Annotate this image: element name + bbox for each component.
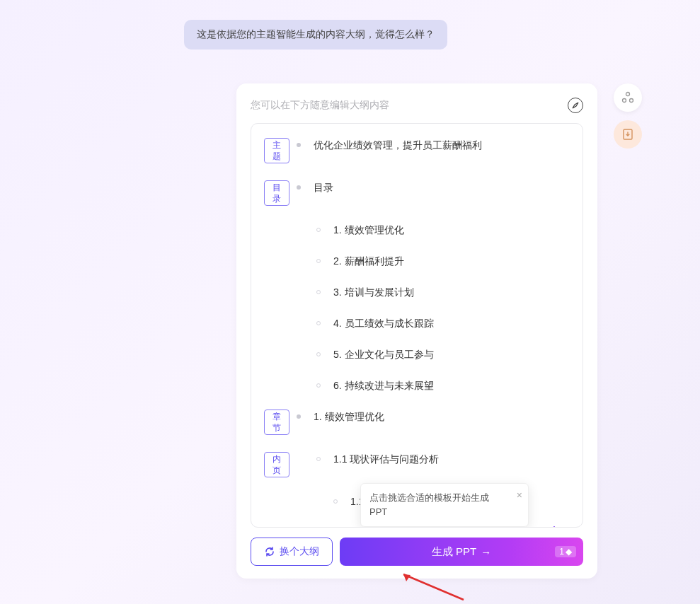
tree-dot: [316, 259, 321, 263]
generate-label: 生成 PPT: [432, 545, 476, 559]
tree-dot: [316, 383, 321, 388]
footer: 换个大纲 生成 PPT → 1 ◆: [251, 538, 583, 566]
tree-dot: [297, 414, 301, 419]
side-buttons: [614, 83, 642, 149]
tooltip: × 点击挑选合适的模板开始生成 PPT: [360, 483, 529, 527]
tree-dot: [316, 457, 321, 461]
chapter-row[interactable]: 章节 1. 绩效管理优化: [264, 410, 570, 435]
badge-count: 1: [559, 547, 564, 557]
toc-item-text[interactable]: 4. 员工绩效与成长跟踪: [333, 316, 434, 330]
toc-item[interactable]: · 6. 持续改进与未来展望: [264, 378, 570, 393]
regenerate-button[interactable]: 换个大纲: [251, 538, 333, 566]
tag-page: 内页: [264, 452, 289, 477]
tooltip-line1: 点击挑选合适的模板开始生成: [369, 491, 520, 505]
topic-text[interactable]: 优化企业绩效管理，提升员工薪酬福利: [314, 138, 482, 152]
tree-dot: [316, 228, 321, 232]
tooltip-line2: PPT: [369, 505, 520, 519]
toc-item[interactable]: · 5. 企业文化与员工参与: [264, 347, 570, 361]
toc-row[interactable]: 目录 目录: [264, 180, 570, 206]
outline-editor-panel: 您可以在下方随意编辑大纲内容 主题 优化企业绩效管理，提升员工薪酬福利 目录 目…: [236, 83, 597, 579]
refresh-icon: [264, 546, 275, 557]
tree-dot: [316, 290, 321, 294]
editor-hint: 您可以在下方随意编辑大纲内容: [251, 99, 389, 112]
tree-dot: [316, 321, 321, 325]
toc-item-text[interactable]: 2. 薪酬福利提升: [333, 254, 404, 268]
compass-icon[interactable]: [568, 98, 583, 113]
tree-dot: [297, 143, 301, 147]
toc-item[interactable]: · 4. 员工绩效与成长跟踪: [264, 316, 570, 330]
toc-item-text[interactable]: 1. 绩效管理优化: [333, 223, 404, 237]
credit-badge: 1 ◆: [555, 546, 576, 557]
download-icon[interactable]: [614, 120, 642, 149]
toc-label[interactable]: 目录: [314, 180, 333, 194]
topic-row[interactable]: 主题 优化企业绩效管理，提升员工薪酬福利: [264, 138, 570, 163]
toc-item[interactable]: · 3. 培训与发展计划: [264, 285, 570, 299]
regen-label: 换个大纲: [280, 545, 319, 558]
chapter-text[interactable]: 1. 绩效管理优化: [314, 410, 384, 424]
tree-dot: [316, 352, 321, 356]
tag-topic: 主题: [264, 138, 289, 163]
share-icon[interactable]: [614, 83, 642, 112]
svg-point-0: [626, 93, 630, 96]
tag-toc: 目录: [264, 180, 289, 206]
tree-dot: [333, 499, 338, 504]
tag-chapter: 章节: [264, 410, 289, 435]
chat-message-text: 这是依据您的主题智能生成的内容大纲，觉得怎么样？: [197, 28, 435, 40]
chat-bubble: 这是依据您的主题智能生成的内容大纲，觉得怎么样？: [184, 20, 447, 50]
svg-point-1: [623, 99, 626, 103]
toc-item[interactable]: · 1. 绩效管理优化: [264, 223, 570, 237]
svg-point-2: [630, 99, 633, 103]
toc-item-text[interactable]: 3. 培训与发展计划: [333, 285, 414, 299]
arrow-right-icon: →: [481, 546, 491, 558]
editor-header: 您可以在下方随意编辑大纲内容: [251, 98, 583, 113]
toc-item-text[interactable]: 6. 持续改进与未来展望: [333, 378, 434, 393]
outline-box[interactable]: 主题 优化企业绩效管理，提升员工薪酬福利 目录 目录 · 1. 绩效管理优化 ·…: [251, 123, 583, 528]
toc-item-text[interactable]: 5. 企业文化与员工参与: [333, 347, 434, 361]
generate-ppt-button[interactable]: 生成 PPT → 1 ◆: [340, 538, 583, 566]
diamond-icon: ◆: [566, 547, 572, 557]
close-icon[interactable]: ×: [517, 488, 522, 502]
para-text: 描述目前企业采用的绩效管理体系，包括评估方: [355, 527, 548, 528]
page-row[interactable]: 内页 1.1 现状评估与问题分析: [264, 452, 570, 477]
page-text[interactable]: 1.1 现状评估与问题分析: [333, 452, 439, 466]
toc-item[interactable]: · 2. 薪酬福利提升: [264, 254, 570, 268]
tree-dot: [297, 185, 301, 190]
